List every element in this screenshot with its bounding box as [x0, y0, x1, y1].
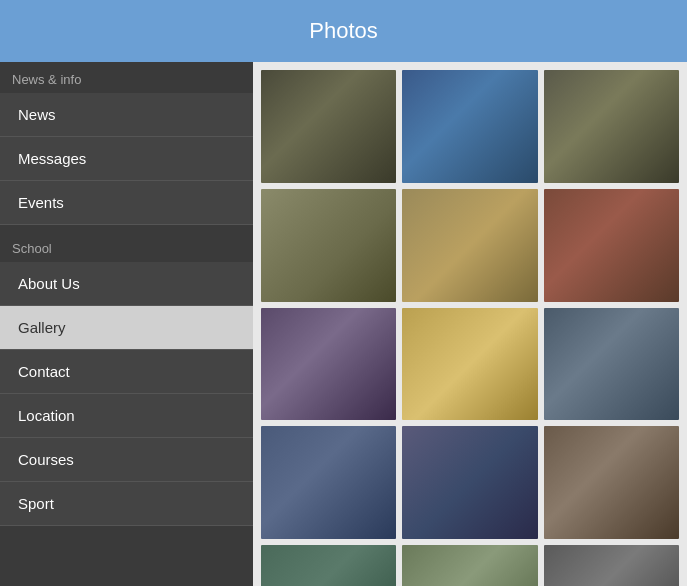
photo-p15[interactable] — [544, 545, 679, 586]
photo-p6[interactable] — [544, 189, 679, 302]
photo-p10[interactable] — [261, 426, 396, 539]
sidebar-item-contact[interactable]: Contact — [0, 350, 253, 394]
sidebar-section-0: News & info — [0, 62, 253, 93]
photo-p1[interactable] — [261, 70, 396, 183]
sidebar-item-about-us[interactable]: About Us — [0, 262, 253, 306]
photo-p7[interactable] — [261, 308, 396, 421]
page-title: Photos — [309, 18, 378, 43]
sidebar: News & infoNewsMessagesEventsSchoolAbout… — [0, 62, 253, 586]
photo-p13[interactable] — [261, 545, 396, 586]
sidebar-item-sport[interactable]: Sport — [0, 482, 253, 526]
gallery-grid — [261, 70, 679, 586]
photo-p14[interactable] — [402, 545, 537, 586]
photo-p3[interactable] — [544, 70, 679, 183]
photo-p12[interactable] — [544, 426, 679, 539]
page-header: Photos — [0, 0, 687, 62]
photo-p2[interactable] — [402, 70, 537, 183]
photo-p5[interactable] — [402, 189, 537, 302]
photo-p11[interactable] — [402, 426, 537, 539]
photo-p8[interactable] — [402, 308, 537, 421]
sidebar-item-gallery[interactable]: Gallery — [0, 306, 253, 350]
photo-p4[interactable] — [261, 189, 396, 302]
photo-p9[interactable] — [544, 308, 679, 421]
sidebar-item-location[interactable]: Location — [0, 394, 253, 438]
sidebar-section-1: School — [0, 231, 253, 262]
sidebar-item-courses[interactable]: Courses — [0, 438, 253, 482]
sidebar-item-messages[interactable]: Messages — [0, 137, 253, 181]
sidebar-item-news[interactable]: News — [0, 93, 253, 137]
sidebar-item-events[interactable]: Events — [0, 181, 253, 225]
gallery-area[interactable] — [253, 62, 687, 586]
main-content: News & infoNewsMessagesEventsSchoolAbout… — [0, 62, 687, 586]
